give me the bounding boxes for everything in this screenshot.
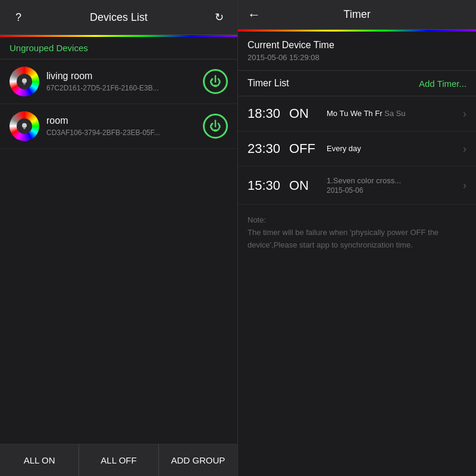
chevron-icon-3: › — [463, 179, 466, 192]
svg-rect-2 — [23, 84, 25, 84]
timer-list-label: Timer List — [248, 78, 289, 89]
left-header: ? Devices List ↻ — [0, 0, 237, 35]
timer-item-3[interactable]: 15:30 ON 1.Seven color cross... 2015-05-… — [238, 167, 476, 205]
devices-list-title: Devices List — [27, 11, 210, 24]
ungrouped-section-header: Ungrouped Devices — [0, 37, 237, 60]
timer-color-label: 1.Seven color cross... — [327, 176, 401, 185]
day-su: Su — [396, 109, 406, 118]
svg-rect-1 — [23, 83, 26, 84]
svg-rect-5 — [23, 129, 25, 129]
help-icon[interactable]: ? — [10, 8, 27, 26]
timer-item-1[interactable]: 18:30 ON Mo Tu We Th Fr Sa Su › — [238, 96, 476, 131]
timer-item-2[interactable]: 23:30 OFF Every day › — [238, 131, 476, 167]
right-header: ← Timer — [238, 0, 476, 30]
timer-title: Timer — [343, 8, 370, 21]
timer-days-2: Every day — [327, 144, 463, 153]
left-panel: ? Devices List ↻ Ungrouped Devices livin… — [0, 0, 238, 476]
timer-days-1: Mo Tu We Th Fr Sa Su — [327, 109, 463, 118]
device-info-living-room: living room 67C2D161-27D5-21F6-2160-E3B.… — [46, 71, 203, 92]
bulb-icon — [20, 77, 29, 86]
timer-time-2: 23:30 — [248, 141, 289, 156]
timer-details-3: 1.Seven color cross... 2015-05-06 — [322, 176, 463, 195]
power-icon-living-room: ⏻ — [209, 75, 221, 89]
note-text: Note:The timer will be failure when 'phy… — [248, 214, 466, 251]
right-panel: ← Timer Current Device Time 2015-05-06 1… — [238, 0, 476, 476]
day-sa: Sa — [384, 109, 396, 118]
timer-time-1: 18:30 — [248, 106, 289, 121]
all-off-button[interactable]: ALL OFF — [79, 444, 158, 476]
add-timer-button[interactable]: Add Timer... — [419, 79, 466, 89]
svg-point-3 — [22, 123, 27, 128]
chevron-icon-1: › — [463, 108, 466, 120]
power-icon-room: ⏻ — [209, 120, 221, 133]
device-id-room: CD3AF106-3794-2BFB-23EB-05F... — [46, 129, 203, 137]
device-icon-room — [10, 111, 39, 141]
power-button-living-room[interactable]: ⏻ — [203, 69, 228, 94]
device-id-living-room: 67C2D161-27D5-21F6-2160-E3B... — [46, 84, 203, 92]
day-tu: Tu — [339, 109, 350, 118]
device-item-living-room[interactable]: living room 67C2D161-27D5-21F6-2160-E3B.… — [0, 60, 237, 104]
current-device-time-value: 2015-05-06 15:29:08 — [248, 53, 466, 62]
timer-days-3: 1.Seven color cross... — [327, 176, 463, 185]
device-icon-living-room — [10, 67, 39, 96]
bulb-icon-room — [20, 121, 29, 131]
device-icon-inner-room — [17, 118, 32, 134]
device-info-room: room CD3AF106-3794-2BFB-23EB-05F... — [46, 115, 203, 137]
refresh-icon[interactable]: ↻ — [210, 8, 228, 26]
device-icon-inner — [17, 74, 32, 89]
timer-details-1: Mo Tu We Th Fr Sa Su — [322, 109, 463, 119]
device-item-room[interactable]: room CD3AF106-3794-2BFB-23EB-05F... ⏻ — [0, 104, 237, 149]
svg-rect-4 — [23, 128, 26, 129]
chevron-icon-2: › — [463, 143, 466, 155]
timer-list-header: Timer List Add Timer... — [238, 71, 476, 96]
device-name-living-room: living room — [46, 71, 203, 82]
timer-state-2: OFF — [289, 141, 322, 156]
timer-state-1: ON — [289, 106, 322, 121]
timer-time-3: 15:30 — [248, 178, 289, 193]
day-we: We — [350, 109, 364, 118]
add-group-button[interactable]: ADD GROUP — [159, 444, 237, 476]
svg-point-0 — [22, 79, 27, 83]
left-footer: ALL ON ALL OFF ADD GROUP — [0, 444, 237, 476]
current-device-time-label: Current Device Time — [248, 40, 466, 51]
every-day-label: Every day — [327, 144, 361, 153]
note-section: Note:The timer will be failure when 'phy… — [238, 205, 476, 476]
power-button-room[interactable]: ⏻ — [203, 114, 228, 139]
day-th: Th — [364, 109, 375, 118]
day-fr: Fr — [375, 109, 384, 118]
timer-state-3: ON — [289, 178, 322, 193]
current-device-time-section: Current Device Time 2015-05-06 15:29:08 — [238, 32, 476, 71]
back-button[interactable]: ← — [248, 7, 261, 23]
all-on-button[interactable]: ALL ON — [0, 444, 79, 476]
day-mo: Mo — [327, 109, 339, 118]
timer-details-2: Every day — [322, 144, 463, 154]
timer-sub-3: 2015-05-06 — [327, 186, 463, 195]
device-name-room: room — [46, 115, 203, 126]
